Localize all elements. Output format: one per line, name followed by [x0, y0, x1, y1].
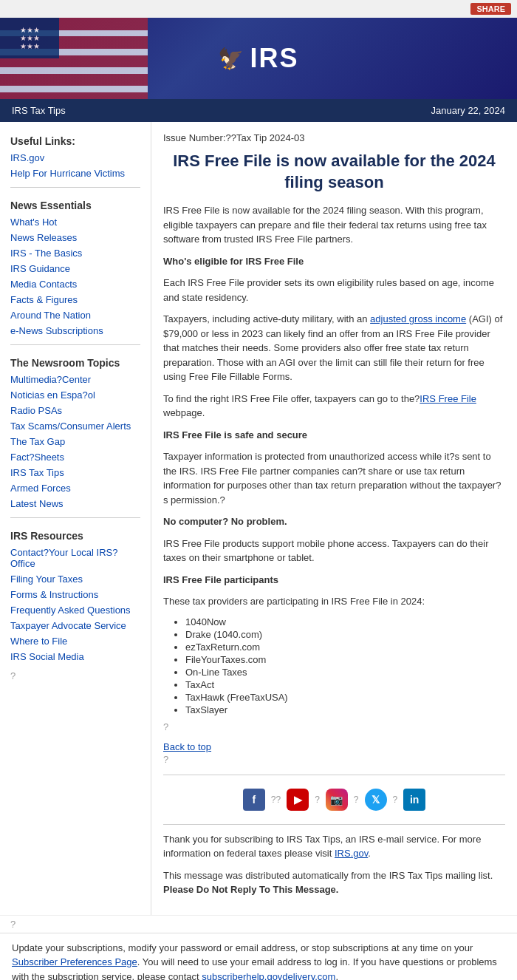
linkedin-icon[interactable]: in [403, 789, 425, 811]
twitter-icon[interactable]: 𝕏 [365, 789, 387, 811]
contact-link[interactable]: subscriberhelp.govdelivery.com [202, 971, 335, 980]
list-item: TaxSlayer [185, 704, 505, 715]
facebook-icon[interactable]: f [243, 789, 265, 811]
section1-heading-text: Who's eligible for IRS Free File [163, 256, 304, 267]
main-content: Issue Number:??Tax Tip 2024-03 IRS Free … [151, 122, 517, 915]
sidebar-divider-2 [10, 344, 140, 345]
section2-heading-text: IRS Free File is safe and secure [163, 429, 307, 440]
newsletter-date: January 22, 2024 [431, 105, 505, 116]
footer-note2-bold: Please Do Not Reply To This Message. [163, 884, 338, 895]
irs-logo: 🦅 IRS [218, 43, 298, 74]
section4-intro: These tax providers are participating in… [163, 594, 505, 609]
sidebar-item-around-nation[interactable]: Around The Nation [0, 307, 151, 323]
sidebar-item-social-media[interactable]: IRS Social Media [0, 649, 151, 664]
title-bar: IRS Tax Tips January 22, 2024 [0, 99, 517, 122]
sidebar-item-media-contacts[interactable]: Media Contacts [0, 276, 151, 292]
sidebar-item-irs-guidance[interactable]: IRS Guidance [0, 261, 151, 276]
sidebar: Useful Links: IRS.gov Help For Hurricane… [0, 122, 151, 915]
sidebar-item-enews[interactable]: e-News Subscriptions [0, 323, 151, 338]
list-item: Drake (1040.com) [185, 629, 505, 640]
list-item: FileYourTaxes.com [185, 654, 505, 665]
sidebar-item-taxpayer-advocate[interactable]: Taxpayer Advocate Service [0, 618, 151, 633]
flag-blue-field: ★★★★★★★★★ [0, 18, 59, 58]
share-button[interactable]: SHARE [470, 3, 511, 15]
sidebar-item-facts-figures[interactable]: Facts & Figures [0, 292, 151, 307]
preferences-link[interactable]: Subscriber Preferences Page [12, 956, 137, 967]
sidebar-item-where-to-file[interactable]: Where to File [0, 633, 151, 649]
section2-heading: IRS Free File is safe and secure [163, 428, 505, 443]
issue-number: Issue Number:??Tax Tip 2024-03 [163, 132, 505, 143]
section2-body: Taxpayer information is protected from u… [163, 449, 505, 507]
social-placeholder-4: ? [393, 794, 398, 805]
sidebar-item-hurricane[interactable]: Help For Hurricane Victims [0, 166, 151, 181]
sidebar-item-irs-basics[interactable]: IRS - The Basics [0, 245, 151, 261]
sidebar-item-radio-psas[interactable]: Radio PSAs [0, 403, 151, 418]
section3-heading: No computer? No problem. [163, 514, 505, 529]
sidebar-item-faq[interactable]: Frequently Asked Questions [0, 602, 151, 618]
footer-note1: Thank you for subscribing to IRS Tax Tip… [163, 832, 505, 861]
section1-heading: Who's eligible for IRS Free File [163, 254, 505, 269]
section1-body2: Taxpayers, including active-duty militar… [163, 312, 505, 384]
section4-heading: IRS Free File participants [163, 573, 505, 588]
irsgov-link[interactable]: IRS.gov [335, 848, 368, 859]
back-to-top-link[interactable]: Back to top [163, 741, 211, 752]
sidebar-item-tax-scams[interactable]: Tax Scams/Consumer Alerts [0, 418, 151, 434]
social-placeholder-3: ? [354, 794, 359, 805]
footer-note2-normal: This message was distributed automatical… [163, 870, 493, 881]
sidebar-item-news-releases[interactable]: News Releases [0, 230, 151, 245]
section1-body1: Each IRS Free File provider sets its own… [163, 276, 505, 304]
sidebar-item-filing-taxes[interactable]: Filing Your Taxes [0, 571, 151, 587]
list-item: On-Line Taxes [185, 667, 505, 678]
social-placeholder-2: ? [315, 794, 320, 805]
footer-note2: This message was distributed automatical… [163, 868, 505, 897]
bottom-placeholder: ? [0, 915, 517, 933]
list-item: 1040Now [185, 616, 505, 627]
sidebar-item-noticias[interactable]: Noticias en Espa?ol [0, 387, 151, 403]
placeholder-q2: ? [163, 752, 505, 767]
irs-logo-text: IRS [250, 43, 298, 74]
sidebar-item-contact-irs[interactable]: Contact?Your Local IRS?Office [0, 545, 151, 571]
sidebar-item-armed-forces[interactable]: Armed Forces [0, 480, 151, 496]
sidebar-divider-3 [10, 517, 140, 518]
sidebar-item-irs-tax-tips[interactable]: IRS Tax Tips [0, 465, 151, 480]
free-file-link[interactable]: IRS Free File [420, 393, 476, 404]
sidebar-item-whats-hot[interactable]: What's Hot [0, 214, 151, 230]
section3-body: IRS Free File products support mobile ph… [163, 537, 505, 565]
useful-links-heading: Useful Links: [0, 129, 151, 150]
social-bar: f ?? ▶ ? 📷 ? 𝕏 ? in [163, 783, 505, 817]
section1-body3: To find the right IRS Free File offer, t… [163, 392, 505, 421]
placeholder-q1: ? [163, 720, 505, 735]
irs-emblem-icon: 🦅 [218, 47, 245, 71]
sidebar-item-latest-news[interactable]: Latest News [0, 496, 151, 511]
main-layout: Useful Links: IRS.gov Help For Hurricane… [0, 122, 517, 915]
subscribe-text1: Update your subscriptions, modify your p… [12, 941, 505, 980]
list-item: TaxHawk (FreeTaxUSA) [185, 692, 505, 703]
sidebar-item-forms[interactable]: Forms & Instructions [0, 587, 151, 602]
agi-link[interactable]: adjusted gross income [370, 313, 466, 324]
sidebar-item-multimedia[interactable]: Multimedia?Center [0, 372, 151, 387]
list-item: ezTaxReturn.com [185, 642, 505, 653]
subscribe-text1-normal: Update your subscriptions, modify your p… [12, 942, 473, 953]
newsletter-title: IRS Tax Tips [12, 105, 66, 116]
news-essentials-heading: News Essentials [0, 194, 151, 214]
section4-heading-text: IRS Free File participants [163, 574, 278, 585]
sidebar-placeholder: ? [0, 664, 151, 687]
sidebar-divider-1 [10, 187, 140, 188]
content-divider-1 [163, 775, 505, 775]
irs-resources-heading: IRS Resources [0, 524, 151, 545]
sidebar-item-tax-gap[interactable]: The Tax Gap [0, 434, 151, 449]
newsroom-heading: The Newsroom Topics [0, 351, 151, 372]
intro-paragraph: IRS Free File is now available for the 2… [163, 203, 505, 247]
header-banner: ★★★★★★★★★ 🦅 IRS [0, 18, 517, 99]
section3-heading-text: No computer? No problem. [163, 516, 287, 527]
sidebar-item-irsgov[interactable]: IRS.gov [0, 150, 151, 166]
social-placeholder-1: ?? [271, 794, 281, 805]
article-title: IRS Free File is now available for the 2… [163, 151, 505, 193]
list-item: TaxAct [185, 679, 505, 690]
content-divider-2 [163, 824, 505, 825]
subscribe-section: Update your subscriptions, modify your p… [0, 933, 517, 980]
youtube-icon[interactable]: ▶ [287, 789, 309, 811]
sidebar-item-fact-sheets[interactable]: Fact?Sheets [0, 449, 151, 465]
participants-list: 1040Now Drake (1040.com) ezTaxReturn.com… [185, 616, 505, 715]
instagram-icon[interactable]: 📷 [326, 789, 348, 811]
